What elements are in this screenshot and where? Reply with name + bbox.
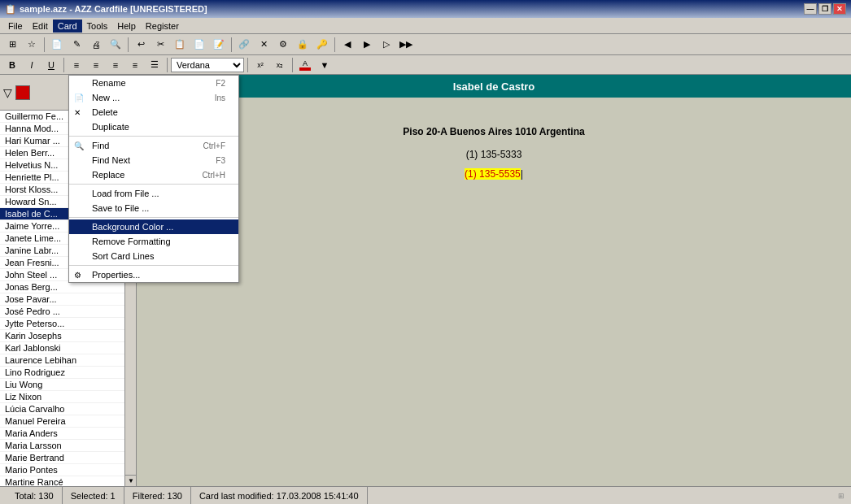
menu-item-find[interactable]: 🔍 Find Ctrl+F bbox=[69, 138, 238, 153]
list-item[interactable]: Maria Anders bbox=[0, 428, 124, 440]
toolbar-sep-4 bbox=[334, 37, 335, 52]
list-item[interactable]: Jytte Peterso... bbox=[0, 318, 124, 330]
toolbar-find-btn[interactable]: 🔒 bbox=[294, 37, 312, 53]
phone2-text: (1) 135-5535 bbox=[465, 168, 521, 180]
toolbar-preview-btn[interactable]: 🔍 bbox=[107, 37, 124, 53]
status-filtered-text: Filtered: 130 bbox=[133, 491, 182, 501]
toolbar-open-btn[interactable]: ✎ bbox=[68, 37, 85, 53]
toolbar-undo-btn[interactable]: ↩ bbox=[132, 37, 150, 53]
menu-item-sort-card-lines[interactable]: Sort Card Lines bbox=[69, 249, 238, 263]
app-title: sample.azz - AZZ Cardfile [UNREGISTERED] bbox=[20, 4, 207, 14]
menu-item-background-color[interactable]: Background Color ... bbox=[69, 219, 238, 234]
app-icon: 📋 bbox=[5, 4, 16, 15]
menu-item-save-to-file[interactable]: Save to File ... bbox=[69, 201, 238, 215]
color-swatch bbox=[15, 85, 30, 100]
format-bullets-btn[interactable]: ☰ bbox=[146, 57, 164, 73]
toolbar-play-btn[interactable]: ▶ bbox=[358, 37, 376, 53]
status-resize-grip[interactable]: ⊞ bbox=[838, 492, 844, 500]
list-item[interactable]: José Pedro ... bbox=[0, 306, 124, 318]
format-italic-btn[interactable]: I bbox=[23, 57, 41, 73]
format-color-btn[interactable]: A bbox=[296, 57, 314, 73]
filter-icon[interactable]: ▽ bbox=[3, 86, 12, 99]
format-underline-btn[interactable]: U bbox=[42, 57, 60, 73]
list-item[interactable]: Karl Jablonski bbox=[0, 342, 124, 354]
format-align-center-btn[interactable]: ≡ bbox=[87, 57, 105, 73]
format-more-btn[interactable]: ▼ bbox=[316, 57, 334, 73]
close-button[interactable]: ✕ bbox=[833, 3, 846, 15]
list-item[interactable]: Liu Wong bbox=[0, 379, 124, 391]
menu-register[interactable]: Register bbox=[141, 20, 184, 33]
remove-formatting-label: Remove Formatting bbox=[92, 237, 171, 246]
list-item[interactable]: Mario Pontes bbox=[0, 464, 124, 476]
list-item[interactable]: Jonas Berg... bbox=[0, 281, 124, 293]
menu-help[interactable]: Help bbox=[112, 20, 141, 33]
card-dropdown-menu: Rename F2 📄 New ... Ins ✕ Delete Duplica… bbox=[68, 75, 239, 283]
menu-item-find-next[interactable]: Find Next F3 bbox=[69, 153, 238, 167]
format-align-left-btn[interactable]: ≡ bbox=[68, 57, 85, 73]
sort-card-lines-label: Sort Card Lines bbox=[92, 251, 154, 261]
format-subscript-btn[interactable]: x₂ bbox=[271, 57, 289, 73]
menu-tools[interactable]: Tools bbox=[82, 20, 113, 33]
menu-item-new[interactable]: 📄 New ... Ins bbox=[69, 90, 238, 105]
format-superscript-btn[interactable]: x² bbox=[251, 57, 269, 73]
list-item[interactable]: Jose Pavar... bbox=[0, 293, 124, 306]
find-next-label: Find Next bbox=[92, 155, 130, 165]
menu-sep-2 bbox=[69, 184, 238, 185]
menu-sep-1 bbox=[69, 136, 238, 137]
toolbar-grid-btn[interactable]: ⊞ bbox=[3, 37, 21, 53]
replace-shortcut: Ctrl+H bbox=[202, 171, 225, 180]
menu-item-rename[interactable]: Rename F2 bbox=[69, 76, 238, 90]
toolbar-sep-3 bbox=[231, 37, 232, 52]
status-filtered: Filtered: 130 bbox=[124, 487, 191, 504]
toolbar-print-btn[interactable]: 🖨 bbox=[87, 37, 105, 53]
toolbar-settings-btn[interactable]: ⚙ bbox=[274, 37, 292, 53]
card-body[interactable]: Piso 20-A Buenos Aires 1010 Argentina (1… bbox=[137, 98, 851, 208]
toolbar-format-btn[interactable]: 📝 bbox=[210, 37, 228, 53]
font-select[interactable]: Verdana Arial Times New Roman bbox=[171, 58, 244, 72]
menu-item-duplicate[interactable]: Duplicate bbox=[69, 119, 238, 134]
menu-item-properties[interactable]: ⚙ Properties... bbox=[69, 267, 238, 282]
menu-file[interactable]: File bbox=[3, 20, 28, 33]
menu-item-load-from-file[interactable]: Load from File ... bbox=[69, 186, 238, 201]
list-item[interactable]: Lúcia Carvalho bbox=[0, 403, 124, 415]
list-item[interactable]: Manuel Pereira bbox=[0, 415, 124, 428]
list-item[interactable]: Liz Nixon bbox=[0, 391, 124, 403]
toolbar-link-btn[interactable]: 🔗 bbox=[235, 37, 253, 53]
menu-card[interactable]: Card bbox=[53, 20, 82, 33]
minimize-button[interactable]: — bbox=[804, 3, 817, 15]
toolbar-key-btn[interactable]: 🔑 bbox=[313, 37, 331, 53]
status-total: Total: 130 bbox=[7, 487, 63, 504]
list-item[interactable]: Maria Larsson bbox=[0, 440, 124, 452]
find-label: Find bbox=[92, 141, 109, 150]
format-bold-btn[interactable]: B bbox=[3, 57, 21, 73]
toolbar-fwd-btn[interactable]: ▷ bbox=[377, 37, 395, 53]
list-item[interactable]: Laurence Lebihan bbox=[0, 354, 124, 367]
toolbar-cut-btn[interactable]: ✂ bbox=[151, 37, 169, 53]
address-text: Piso 20-A Buenos Aires 1010 Argentina bbox=[403, 126, 584, 137]
status-selected: Selected: 1 bbox=[63, 487, 124, 504]
menu-edit[interactable]: Edit bbox=[28, 20, 53, 33]
toolbar-star-btn[interactable]: ☆ bbox=[23, 37, 41, 53]
toolbar-new-btn[interactable]: 📄 bbox=[48, 37, 66, 53]
toolbar-delete-btn[interactable]: ✕ bbox=[255, 37, 273, 53]
menu-item-remove-formatting[interactable]: Remove Formatting bbox=[69, 234, 238, 249]
find-shortcut: Ctrl+F bbox=[203, 141, 226, 150]
list-item[interactable]: Lino Rodriguez bbox=[0, 367, 124, 379]
format-sep-1 bbox=[63, 58, 64, 72]
toolbar-prev-btn[interactable]: ◀ bbox=[338, 37, 356, 53]
format-align-right-btn[interactable]: ≡ bbox=[107, 57, 124, 73]
toolbar-next-btn[interactable]: ▶▶ bbox=[397, 37, 415, 53]
scroll-down-btn[interactable]: ▼ bbox=[125, 475, 137, 486]
toolbar-copy-btn[interactable]: 📋 bbox=[171, 37, 189, 53]
list-item[interactable]: Karin Josephs bbox=[0, 330, 124, 342]
menu-item-delete[interactable]: ✕ Delete bbox=[69, 105, 238, 119]
list-item[interactable]: Marie Bertrand bbox=[0, 452, 124, 464]
toolbar-paste-btn[interactable]: 📄 bbox=[190, 37, 208, 53]
restore-button[interactable]: ❐ bbox=[818, 3, 831, 15]
card-header: Isabel de Castro bbox=[137, 75, 851, 98]
format-justify-btn[interactable]: ≡ bbox=[126, 57, 144, 73]
status-bar: Total: 130 Selected: 1 Filtered: 130 Car… bbox=[0, 486, 851, 504]
text-cursor bbox=[521, 168, 523, 180]
menu-item-replace[interactable]: Replace Ctrl+H bbox=[69, 167, 238, 182]
list-item[interactable]: Martine Rancé bbox=[0, 476, 124, 486]
